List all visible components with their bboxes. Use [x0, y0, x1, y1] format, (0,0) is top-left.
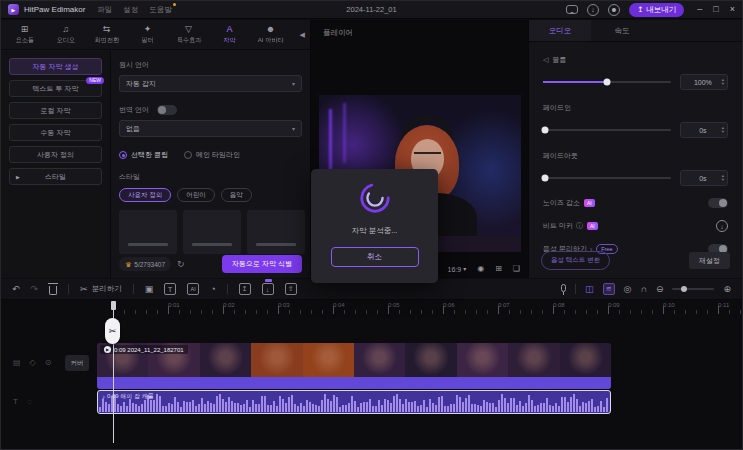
source-language-select[interactable]: 자동 감지 ▾ — [119, 75, 302, 92]
nav-tab-3[interactable]: ✦필터 — [127, 24, 168, 45]
video-track-control-icon[interactable]: ▤ — [13, 358, 21, 367]
minimize-button[interactable]: – — [697, 5, 702, 14]
sidebar-item-3[interactable]: 수동 자막 — [9, 124, 102, 141]
stepper[interactable]: ▴ ▾ — [722, 126, 724, 135]
zoom-in-icon[interactable]: ⊕ — [723, 285, 731, 294]
refresh-icon[interactable]: ↻ — [177, 260, 185, 269]
properties-tab-1[interactable]: 속도 — [591, 20, 653, 41]
split-button[interactable]: ✂ 분리하기 — [80, 284, 122, 294]
audio-waveform-icon[interactable]: ≋ — [603, 283, 615, 295]
new-badge: NEW — [86, 77, 104, 84]
style-preset-thumbnail[interactable] — [247, 210, 305, 254]
sidebar-item-0[interactable]: 자동 자막 생성 — [9, 58, 102, 75]
time-ruler[interactable]: 0:010:020:030:040:050:060:070:080:090:10… — [91, 301, 742, 314]
fullscreen-icon[interactable]: ❏ — [513, 265, 520, 273]
noise-reduction-toggle[interactable] — [708, 198, 728, 208]
beat-marker-download-icon[interactable]: ↓ — [716, 220, 728, 232]
upload-media-icon[interactable]: ⇧ — [285, 283, 297, 295]
properties-tab-0[interactable]: 오디오 — [529, 20, 591, 41]
translate-toggle[interactable] — [157, 105, 177, 115]
timeline-zoom-slider[interactable] — [672, 288, 714, 290]
stepper[interactable]: ▴ ▾ — [722, 78, 724, 87]
waveform-bar — [213, 404, 215, 412]
redo-icon[interactable]: ↷ — [31, 285, 39, 294]
account-icon[interactable]: ☻ — [608, 4, 620, 16]
download-media-icon[interactable]: ↓ — [262, 283, 274, 295]
apply-scope-radio-1[interactable]: 메인 타임라인 — [184, 150, 240, 160]
auto-detect-subtitles-button[interactable]: 자동으로 자막 식별 — [222, 255, 302, 273]
fade-in-slider[interactable] — [543, 129, 671, 131]
music-note-icon: ♪ — [102, 394, 105, 400]
maximize-button[interactable]: □ — [713, 5, 718, 14]
nav-tab-1[interactable]: ♫오디오 — [45, 24, 86, 45]
audio-track-control-icon[interactable]: T — [13, 397, 18, 406]
feedback-icon[interactable] — [566, 5, 578, 14]
nav-tab-5[interactable]: A자막 — [209, 24, 250, 45]
video-track-control-icon[interactable]: ⊙ — [45, 358, 52, 367]
aspect-ratio-select[interactable]: 16:9 ▾ — [448, 266, 467, 273]
menu-item-1[interactable]: 설정 — [123, 5, 138, 15]
menu-item-0[interactable]: 파일 — [97, 5, 112, 15]
sidebar-item-1[interactable]: 텍스트 투 자막NEW — [9, 80, 102, 97]
info-icon[interactable]: ⓘ — [576, 221, 583, 231]
style-chip-1[interactable]: 어린이 — [177, 188, 215, 202]
style-preset-thumbnail[interactable] — [119, 210, 177, 254]
speed-icon[interactable]: ◔ — [210, 285, 215, 294]
waveform-bar — [108, 404, 110, 412]
style-presets — [119, 210, 302, 254]
speech-to-text-button[interactable]: 음성 텍스트 변환 — [541, 251, 610, 270]
grid-icon[interactable]: ⊞ — [495, 265, 502, 273]
sidebar-item-4[interactable]: 사용자 정의 — [9, 146, 102, 163]
volume-value[interactable]: 100% ▴ ▾ — [680, 74, 728, 90]
timeline[interactable]: 0:010:020:030:040:050:060:070:080:090:10… — [1, 301, 742, 449]
ai-caption-icon[interactable]: AI — [187, 283, 199, 295]
audio-track-control-icon[interactable]: ◌ — [27, 397, 32, 406]
keyframe-icon[interactable]: ◫ — [585, 285, 594, 294]
menu-item-2[interactable]: 도움말 — [149, 5, 172, 15]
audio-clip[interactable]: ♪ 0:09 해피 잠 캐롤 — [97, 390, 611, 414]
magnet-icon[interactable]: ∩ — [640, 285, 646, 294]
snapshot-icon[interactable]: ◉ — [477, 265, 484, 273]
export-frame-icon[interactable]: ↥ — [239, 283, 251, 295]
ruler-label: 0:06 — [443, 302, 455, 308]
fade-out-slider[interactable] — [543, 177, 671, 179]
fade-in-value[interactable]: 0s ▴ ▾ — [680, 122, 728, 138]
zoom-out-icon[interactable]: ⊖ — [656, 285, 664, 294]
trash-icon[interactable] — [49, 286, 57, 295]
stepper[interactable]: ▴ ▾ — [722, 174, 724, 183]
translate-language-select[interactable]: 없음 ▾ — [119, 120, 302, 137]
waveform-bar — [174, 397, 176, 412]
volume-slider[interactable] — [543, 81, 671, 83]
waveform-bar — [363, 402, 365, 412]
nav-tab-0[interactable]: ⊞요소들 — [4, 24, 45, 45]
style-preset-thumbnail[interactable] — [183, 210, 241, 254]
nav-tab-2[interactable]: ⇆화면전환 — [86, 24, 127, 45]
mask-icon[interactable]: ▣ — [145, 285, 154, 294]
nav-tab-6[interactable]: ☻AI 아바타 — [250, 24, 291, 45]
sidebar-item-5[interactable]: ▶스타일 — [9, 168, 102, 185]
cover-button[interactable]: 커버 — [65, 355, 89, 371]
collapse-panel-icon[interactable]: ◀ — [300, 31, 307, 39]
video-clip[interactable]: ▶ 0:09 2024_11_22_182701 — [97, 343, 611, 389]
waveform-bar — [465, 398, 467, 412]
nav-tab-4[interactable]: ▽특수효과 — [168, 24, 209, 45]
apply-scope-radio-0[interactable]: 선택한 클립 — [119, 150, 168, 160]
microphone-icon[interactable] — [561, 284, 566, 292]
waveform-bar — [132, 403, 134, 412]
video-track-control-icon[interactable]: ◇ — [30, 358, 36, 367]
style-chip-2[interactable]: 음악 — [221, 188, 252, 202]
style-chip-0[interactable]: 사용자 정의 — [119, 188, 171, 202]
undo-icon[interactable]: ↶ — [12, 285, 20, 294]
fade-out-value[interactable]: 0s ▴ ▾ — [680, 170, 728, 186]
video-track-controls[interactable]: ▤◇⊙ — [13, 359, 60, 367]
download-icon[interactable]: ↓ — [587, 4, 599, 16]
export-button[interactable]: ↥ 내보내기 — [629, 3, 684, 17]
reset-button[interactable]: 재설정 — [689, 252, 730, 269]
player-title: 플레이어 — [323, 28, 353, 38]
cancel-button[interactable]: 취소 — [331, 247, 419, 267]
audio-track-controls[interactable]: T◌ — [13, 398, 41, 406]
sidebar-item-2[interactable]: 로컬 자막 — [9, 102, 102, 119]
disc-icon[interactable]: ◎ — [624, 285, 632, 294]
close-button[interactable]: × — [730, 5, 735, 14]
text-tool-icon[interactable]: T — [164, 283, 176, 295]
